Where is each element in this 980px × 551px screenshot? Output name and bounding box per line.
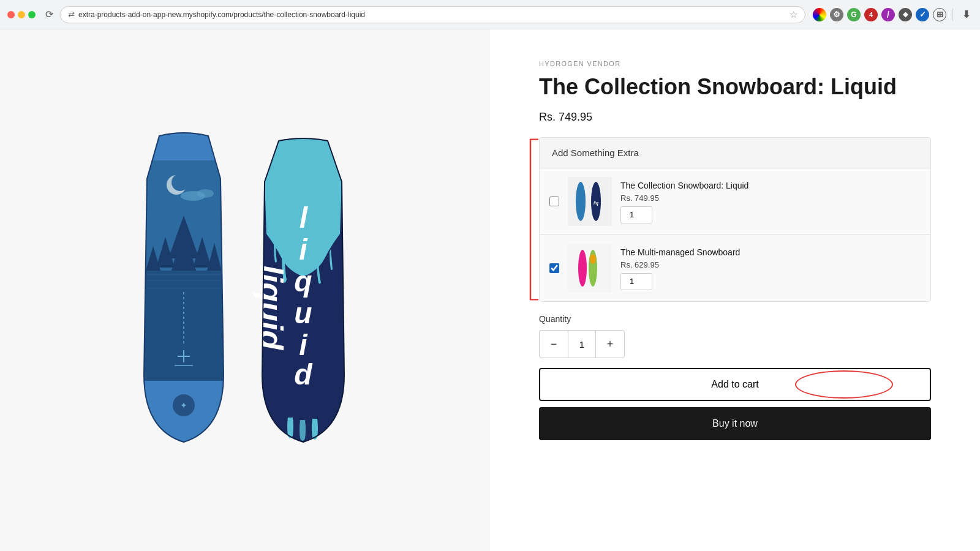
extra-item-1-quantity[interactable]	[620, 206, 652, 223]
extra-item-2-name: The Multi-managed Snowboard	[620, 247, 921, 258]
extra-item-2-checkbox[interactable]	[549, 263, 559, 273]
buy-now-label: Buy it now	[712, 418, 758, 429]
browser-extensions: ⚙ G 4 / ◆ ✓ ⊞ ⬇	[813, 8, 973, 21]
svg-point-29	[576, 182, 586, 221]
quantity-section: Quantity − 1 +	[539, 314, 931, 358]
svg-rect-28	[568, 177, 612, 226]
ext-badge-icon[interactable]: 4	[864, 8, 878, 21]
svg-text:i: i	[299, 329, 308, 361]
svg-point-2	[172, 174, 189, 191]
browser-chrome: ⟳ ⇄ extra-products-add-on-app-new.myshop…	[0, 0, 980, 29]
extra-item-1-name: The Collection Snowboard: Liquid	[620, 180, 921, 191]
ext-purple-slash-icon[interactable]: /	[881, 8, 895, 21]
snowboard-images: ✦	[135, 130, 355, 451]
ext-dark-icon[interactable]: ◆	[899, 8, 912, 21]
svg-text:i: i	[299, 233, 308, 266]
svg-point-4	[197, 189, 214, 198]
ext-download-icon[interactable]: ⬇	[959, 8, 973, 21]
reload-icon[interactable]: ⟳	[43, 9, 55, 21]
add-extra-container: Add Something Extra liq	[539, 137, 931, 302]
vendor-label: HYDROGEN VENDOR	[539, 60, 931, 67]
extra-item-2-quantity[interactable]	[620, 273, 652, 290]
bookmark-icon[interactable]: ☆	[790, 9, 797, 20]
add-to-cart-circle-annotation	[795, 370, 893, 399]
extra-item-2-image	[568, 244, 612, 293]
svg-text:liq: liq	[594, 201, 599, 206]
extra-item-1-info: The Collection Snowboard: Liquid Rs. 749…	[620, 180, 921, 223]
ext-puzzle-icon[interactable]: ⊞	[933, 8, 946, 21]
add-to-cart-label: Add to cart	[711, 379, 758, 389]
svg-text:q: q	[294, 265, 312, 298]
product-title: The Collection Snowboard: Liquid	[539, 73, 931, 100]
divider	[952, 9, 953, 21]
extra-item-1-image: liq	[568, 177, 612, 226]
quantity-stepper: − 1 +	[539, 330, 625, 358]
window-controls	[7, 11, 36, 18]
address-bar[interactable]: ⇄ extra-products-add-on-app-new.myshopif…	[60, 6, 805, 23]
ext-green-icon[interactable]: G	[847, 8, 861, 21]
close-window-button[interactable]	[7, 11, 15, 18]
svg-text:liquid: liquid	[254, 265, 289, 351]
svg-text:d: d	[294, 358, 313, 391]
buy-now-button[interactable]: Buy it now	[539, 407, 931, 440]
add-to-cart-button[interactable]: Add to cart	[539, 368, 931, 401]
svg-rect-11	[144, 271, 224, 381]
quantity-label: Quantity	[539, 314, 931, 324]
extra-item-2-price: Rs. 629.95	[620, 260, 921, 269]
extra-item-1-checkbox[interactable]	[549, 197, 559, 206]
ext-colorful-icon[interactable]	[813, 8, 826, 21]
svg-rect-12	[147, 274, 221, 276]
extra-item-2-info: The Multi-managed Snowboard Rs. 629.95	[620, 247, 921, 290]
snowboard-image-2: liquid l i q u i d	[251, 136, 355, 451]
maximize-window-button[interactable]	[28, 11, 36, 18]
url-text: extra-products-add-on-app-new.myshopify.…	[78, 10, 786, 19]
quantity-increase-button[interactable]: +	[596, 331, 624, 358]
add-extra-header: Add Something Extra	[540, 138, 930, 168]
page: ✦	[0, 29, 980, 551]
svg-point-33	[578, 250, 587, 287]
svg-point-35	[590, 254, 596, 264]
product-details: HYDROGEN VENDOR The Collection Snowboard…	[490, 29, 980, 551]
svg-rect-13	[147, 280, 221, 281]
quantity-display: 1	[568, 331, 596, 358]
svg-text:u: u	[294, 297, 312, 329]
extra-item-1: liq The Collection Snowboard: Liquid Rs.…	[540, 168, 930, 235]
quantity-decrease-button[interactable]: −	[540, 331, 568, 358]
product-price: Rs. 749.95	[539, 111, 931, 124]
minimize-window-button[interactable]	[18, 11, 25, 18]
add-extra-box: Add Something Extra liq	[539, 137, 931, 302]
ext-gear-icon[interactable]: ⚙	[830, 8, 843, 21]
extra-item-2: The Multi-managed Snowboard Rs. 629.95	[540, 235, 930, 301]
red-bracket-annotation	[528, 137, 539, 302]
extra-item-1-price: Rs. 749.95	[620, 193, 921, 203]
snowboard-image-1: ✦	[135, 130, 233, 451]
ext-blue-check-icon[interactable]: ✓	[916, 8, 929, 21]
svg-text:✦: ✦	[180, 400, 187, 410]
svg-rect-14	[147, 288, 221, 289]
product-image-section: ✦	[0, 29, 490, 551]
